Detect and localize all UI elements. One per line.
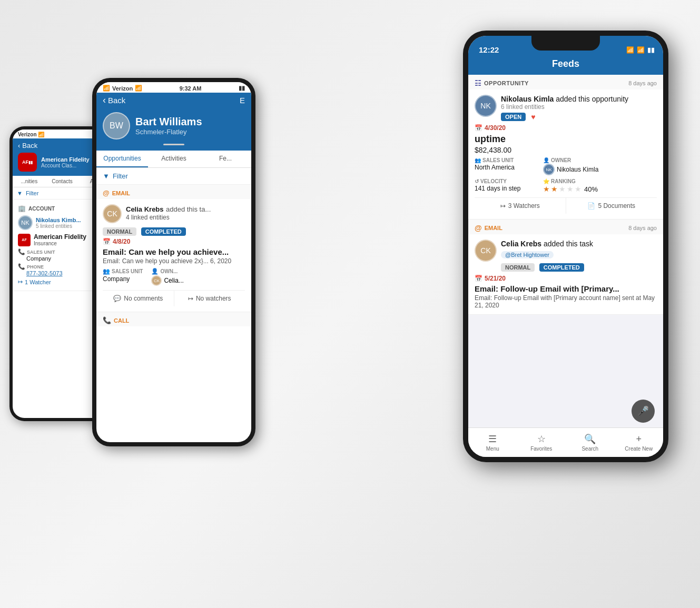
small-filter-label[interactable]: Filter: [26, 190, 38, 196]
nav-create-label: Create New: [625, 446, 653, 452]
mid-phone: 📶 Verizon 📶 9:32 AM ▮▮ ‹ Back E BW: [92, 78, 255, 446]
mid-badge-normal: NORMAL: [103, 227, 136, 236]
small-tab-entities[interactable]: ...nities: [13, 176, 46, 187]
opp-star2: ★: [551, 185, 558, 193]
opp-owner-avatar: NK: [543, 164, 555, 175]
mid-tab-feeds[interactable]: Fe...: [200, 151, 251, 167]
email-actor-name: Celia Krebs: [501, 240, 541, 248]
mid-badge-completed: COMPLETED: [141, 227, 186, 236]
mid-signal-icon: 📶: [103, 85, 110, 92]
mid-no-watchers-btn[interactable]: ↦ No watchers: [174, 291, 245, 306]
mid-celia-action: added this ta...: [166, 205, 211, 213]
small-company-name: American Fidelity: [41, 156, 90, 163]
nav-favorites[interactable]: ☆ Favorites: [517, 433, 566, 452]
small-phone-icon: 📞: [18, 248, 25, 255]
small-filter-icon: ▼: [17, 190, 23, 196]
small-carrier: Verizon 📶: [18, 132, 44, 137]
opp-card: NK Nikolaus Kimla added this opportunity…: [468, 89, 663, 220]
email-date: 5/21/20: [485, 275, 506, 282]
mid-email-type-label: EMAIL: [112, 190, 130, 196]
opp-title: uptime: [475, 134, 657, 145]
small-sales-label: SALES UNIT: [27, 250, 55, 255]
nav-search-icon: 🔍: [584, 433, 596, 445]
mid-tabs: Opportunities Activities Fe...: [96, 151, 251, 168]
mid-no-comments-label: No comments: [124, 295, 163, 302]
main-feed-content: ☷ OPPORTUNITY 8 days ago NK Nikolaus Kim…: [468, 75, 663, 441]
opp-avatar: NK: [475, 95, 497, 117]
small-back-label[interactable]: Back: [22, 142, 37, 149]
small-account-type-label: ACCOUNT: [28, 206, 55, 212]
mid-email-header: @ EMAIL: [96, 185, 251, 199]
opp-linked: 6 linked entities: [501, 103, 657, 111]
small-phone-icon2: 📞: [18, 263, 25, 270]
opp-calendar-icon: 📅: [475, 124, 482, 132]
main-phone: 12:22 📶 📶 ▮▮ Feeds ☷ OPPORTUNITY 8 days …: [463, 31, 668, 462]
nav-create[interactable]: + Create New: [615, 434, 664, 452]
opp-owner-icon: 👤: [543, 157, 549, 163]
mid-call-header: 📞 CALL: [96, 312, 251, 326]
small-tab-contacts[interactable]: Contacts: [46, 176, 79, 187]
small-linked-entities: 5 linked entities: [36, 223, 81, 229]
email-mention: @Bret Hightower: [501, 251, 554, 258]
mid-owner-avatar: CK Celia...: [151, 275, 183, 286]
opp-share-icon: ↦: [500, 202, 506, 210]
mid-wifi-icon: 📶: [135, 85, 142, 92]
opp-star1: ★: [543, 185, 550, 193]
mid-calendar-icon: 📅: [103, 238, 111, 245]
small-afi-name: American Fidelity: [34, 233, 86, 241]
mid-owner-label: OWN...: [160, 268, 178, 274]
mic-button[interactable]: 🎤: [632, 400, 655, 423]
opp-watchers-btn[interactable]: ↦ 3 Watchers: [475, 198, 566, 214]
mid-email-date: 4/8/20: [113, 238, 130, 245]
mid-filter-row: ▼ Filter: [96, 168, 251, 185]
mid-carrier: Verizon: [112, 85, 133, 92]
mid-tab-opportunities[interactable]: Opportunities: [96, 151, 148, 167]
email-body: Email: Follow-up Email with [Primary acc…: [475, 294, 657, 309]
email-at-icon: @: [475, 224, 482, 232]
mic-icon: 🎤: [637, 405, 649, 417]
nav-menu[interactable]: ☰ Menu: [468, 433, 517, 452]
opp-star3: ★: [559, 185, 566, 193]
mid-profile-company: Schmeler-Flatley: [135, 128, 202, 136]
opp-watchers-label: 3 Watchers: [508, 202, 540, 210]
mid-email-actions: 💬 No comments ↦ No watchers: [103, 290, 245, 306]
mid-profile-name: Bart Williams: [135, 116, 202, 128]
mid-back-arrow[interactable]: ‹: [103, 95, 106, 106]
mid-filter-label[interactable]: Filter: [113, 172, 128, 180]
mid-tab-activities[interactable]: Activities: [148, 151, 200, 167]
nav-favorites-icon: ☆: [537, 433, 546, 445]
mid-avatar: BW: [103, 112, 130, 139]
mid-owner-icon: 👤: [151, 268, 159, 275]
small-avatar: NK: [18, 215, 33, 230]
mid-no-watchers-label: No watchers: [196, 295, 231, 302]
mid-call-icon: 📞: [103, 316, 111, 324]
mid-back-label[interactable]: Back: [108, 96, 125, 105]
mid-call-type-label: CALL: [114, 317, 129, 324]
mid-filter-icon: ▼: [103, 172, 110, 180]
small-account-name: Nikolaus Kimb...: [36, 217, 81, 223]
small-building-icon: 🏢: [18, 205, 26, 212]
mid-header-right[interactable]: E: [240, 96, 245, 105]
small-insurance: Insurance: [34, 241, 86, 246]
nav-search[interactable]: 🔍 Search: [566, 433, 615, 452]
opp-header: ☷ OPPORTUNITY 8 days ago: [468, 75, 663, 89]
opp-documents-btn[interactable]: 📄 5 Documents: [566, 198, 657, 214]
opp-velocity-value: 141 days in step: [475, 185, 538, 192]
small-share-icon: ↦: [18, 278, 23, 285]
mid-battery: ▮▮: [239, 85, 245, 92]
opp-actor-action: added this opportunity: [556, 95, 628, 103]
small-af-logo: AF: [18, 234, 31, 246]
opp-time-ago: 8 days ago: [628, 80, 657, 86]
opp-type-label: OPPORTUNITY: [484, 80, 529, 86]
opp-su-label: SALES UNIT: [482, 157, 514, 163]
opp-velocity-icon: ↺: [475, 178, 479, 184]
mid-salesunit-icon: 👥: [103, 268, 110, 275]
main-header-title: Feeds: [468, 58, 663, 69]
mid-no-comments-btn[interactable]: 💬 No comments: [103, 291, 174, 306]
small-back-arrow[interactable]: ‹: [18, 142, 20, 149]
opp-grid-icon: ☷: [475, 79, 481, 87]
opp-badge-open: OPEN: [501, 113, 526, 121]
mid-phone-screen: 📶 Verizon 📶 9:32 AM ▮▮ ‹ Back E BW: [96, 82, 251, 442]
opp-documents-label: 5 Documents: [598, 202, 635, 210]
main-wifi-icon: 📶: [637, 46, 645, 54]
